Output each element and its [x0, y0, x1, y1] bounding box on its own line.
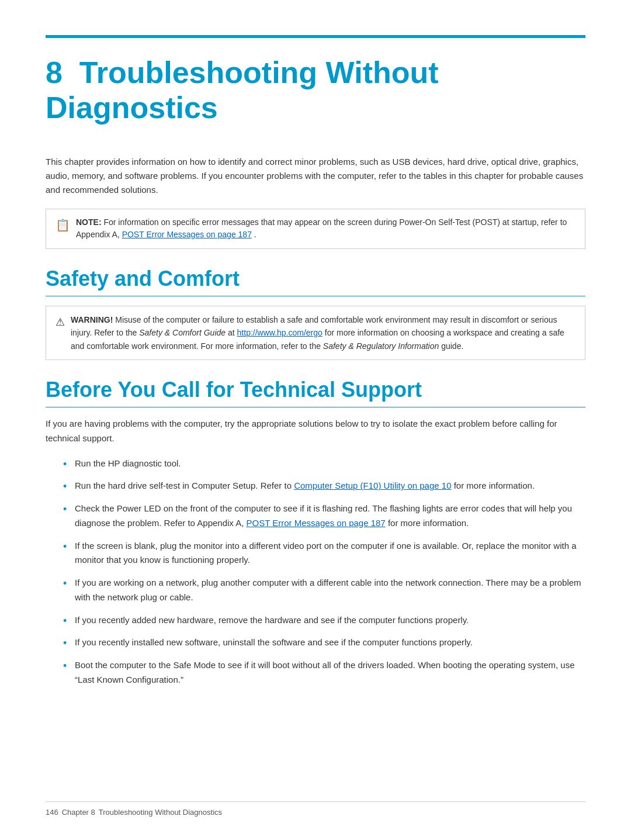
- warning-content: WARNING! Misuse of the computer or failu…: [71, 313, 575, 352]
- section2-intro: If you are having problems with the comp…: [46, 417, 585, 446]
- intro-paragraph: This chapter provides information on how…: [46, 155, 585, 197]
- list-item: If the screen is blank, plug the monitor…: [63, 539, 585, 568]
- note-icon: 📋: [56, 216, 70, 234]
- bullet-text-7: If you recently installed new software, …: [75, 637, 473, 647]
- note-box: 📋 NOTE: For information on specific erro…: [46, 209, 585, 249]
- warning-italic2: Safety & Regulatory Information: [323, 341, 439, 351]
- chapter-title: 8 Troubleshooting Without Diagnostics: [46, 56, 585, 126]
- before-you-call-heading: Before You Call for Technical Support: [46, 378, 585, 407]
- top-border: [46, 35, 585, 38]
- list-item: If you are working on a network, plug an…: [63, 576, 585, 605]
- bullet-text-8: Boot the computer to the Safe Mode to se…: [75, 660, 574, 685]
- list-item: Check the Power LED on the front of the …: [63, 502, 585, 531]
- safety-comfort-heading: Safety and Comfort: [46, 267, 585, 296]
- note-text-after: .: [254, 230, 256, 239]
- bullet-text-4: If the screen is blank, plug the monitor…: [75, 541, 577, 565]
- list-item: Run the hard drive self-test in Computer…: [63, 479, 585, 493]
- bullet3-text-after: for more information.: [388, 518, 469, 528]
- warning-icon: ⚠: [56, 314, 65, 331]
- warning-box: ⚠ WARNING! Misuse of the computer or fai…: [46, 306, 585, 360]
- list-item: Boot the computer to the Safe Mode to se…: [63, 658, 585, 687]
- footer-chapter-ref: Chapter 8: [62, 808, 95, 817]
- list-item: If you recently installed new software, …: [63, 635, 585, 650]
- page-container: 8 Troubleshooting Without Diagnostics Th…: [0, 0, 631, 742]
- footer-page-number: 146: [46, 808, 58, 817]
- bullet3-link[interactable]: POST Error Messages on page 187: [247, 518, 386, 528]
- bullet-text-5: If you are working on a network, plug an…: [75, 578, 581, 602]
- warning-label: WARNING!: [71, 315, 113, 324]
- warning-italic1: Safety & Comfort Guide: [139, 328, 226, 337]
- bullet2-text-after: for more information.: [454, 481, 535, 490]
- bullet-list: Run the HP diagnostic tool. Run the hard…: [46, 457, 585, 687]
- bullet-text-6: If you recently added new hardware, remo…: [75, 615, 469, 625]
- bullet2-text-before: Run the hard drive self-test in Computer…: [75, 481, 294, 490]
- note-label: NOTE:: [76, 217, 102, 227]
- warning-link[interactable]: http://www.hp.com/ergo: [237, 328, 323, 337]
- bullet2-link[interactable]: Computer Setup (F10) Utility on page 10: [294, 481, 451, 490]
- bullet-text-1: Run the HP diagnostic tool.: [75, 458, 181, 468]
- footer-chapter-title: Troubleshooting Without Diagnostics: [99, 808, 222, 817]
- warning-text-between: at: [228, 328, 237, 337]
- note-link[interactable]: POST Error Messages on page 187: [122, 230, 252, 239]
- note-content: NOTE: For information on specific error …: [76, 216, 575, 241]
- list-item: If you recently added new hardware, remo…: [63, 613, 585, 628]
- warning-text-end: guide.: [441, 341, 463, 351]
- list-item: Run the HP diagnostic tool.: [63, 457, 585, 471]
- page-footer: 146 Chapter 8 Troubleshooting Without Di…: [46, 801, 585, 817]
